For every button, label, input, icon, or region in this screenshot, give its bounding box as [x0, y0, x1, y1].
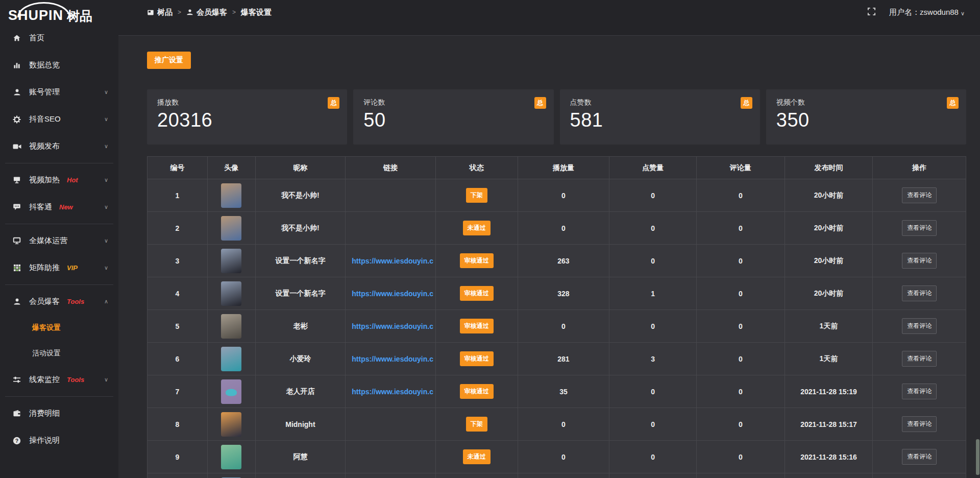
view-comments-button[interactable]: 查看评论: [902, 220, 937, 236]
chevron-down-icon: ∨: [104, 237, 108, 244]
sidebar-item-tag: Tools: [67, 298, 84, 305]
promo-settings-button[interactable]: 推广设置: [147, 52, 191, 69]
video-link[interactable]: https://www.iesdouyin.c: [352, 290, 433, 298]
table-row: 9阿慧未通过0002021-11-28 15:16查看评论: [148, 441, 966, 473]
sidebar-item-数据总览[interactable]: 数据总览: [0, 52, 118, 79]
chart-icon: [12, 61, 21, 69]
breadcrumb-item-member[interactable]: 会员爆客: [186, 8, 227, 17]
vertical-scrollbar[interactable]: [976, 439, 979, 475]
view-comments-button[interactable]: 查看评论: [902, 318, 937, 334]
cell-index: [148, 473, 208, 478]
cell-avatar: [208, 245, 256, 277]
cell-plays: 0: [518, 179, 610, 212]
header-divider: [118, 25, 980, 36]
video-link[interactable]: https://www.iesdouyin.c: [352, 355, 433, 363]
sidebar-item-label: 视频发布: [29, 141, 60, 151]
cell-plays: 0: [518, 310, 610, 343]
total-badge: 总: [947, 97, 959, 109]
avatar: [221, 249, 241, 273]
video-link[interactable]: https://www.iesdouyin.c: [352, 257, 433, 265]
cell-likes: 0: [609, 408, 697, 441]
sidebar-item-矩阵助推[interactable]: 矩阵助推VIP∨: [0, 254, 118, 281]
app-logo[interactable]: SHUPIN 树品: [0, 0, 118, 25]
column-header-状态: 状态: [436, 157, 518, 179]
chevron-down-icon: ∨: [104, 143, 108, 150]
cell-link: [346, 408, 436, 441]
sidebar-item-视频加热[interactable]: 视频加热Hot∨: [0, 166, 118, 194]
sidebar: 首页数据总览账号管理∨抖音SEO∨视频发布∨视频加热Hot∨抖客通New∨全媒体…: [0, 25, 118, 478]
heat-icon: [12, 176, 21, 184]
cell-status: [436, 473, 518, 478]
sidebar-item-label: 操作说明: [29, 436, 60, 445]
cell-link: https://www.iesdouyin.c: [346, 245, 436, 277]
cell-action: 查看评论: [873, 343, 966, 375]
cell-action: 查看评论: [873, 245, 966, 277]
sidebar-divider: [5, 163, 113, 163]
sidebar-item-线索监控[interactable]: 线索监控Tools∨: [0, 366, 118, 393]
breadcrumb-separator: >: [178, 9, 181, 16]
cell-index: 1: [148, 179, 208, 212]
cell-likes: 0: [609, 441, 697, 473]
cell-publish-time: 20小时前: [785, 277, 873, 310]
view-comments-button[interactable]: 查看评论: [902, 449, 937, 465]
cell-status: 未通过: [436, 212, 518, 245]
sidebar-divider: [5, 396, 113, 397]
sidebar-item-视频发布[interactable]: 视频发布∨: [0, 133, 118, 160]
fullscreen-icon[interactable]: [867, 7, 876, 18]
total-badge: 总: [328, 97, 339, 109]
column-header-播放量: 播放量: [518, 157, 610, 179]
sidebar-item-抖音SEO[interactable]: 抖音SEO∨: [0, 106, 118, 133]
cell-nickname: 我不是小帅!: [256, 179, 346, 212]
sidebar-item-消费明细[interactable]: 消费明细: [0, 400, 118, 427]
cell-avatar: [208, 277, 256, 310]
cell-publish-time: 2021-11-28 15:16: [785, 441, 873, 473]
video-icon: [12, 142, 21, 151]
cell-comments: 0: [697, 343, 785, 375]
sidebar-item-账号管理[interactable]: 账号管理∨: [0, 79, 118, 106]
sidebar-item-会员爆客[interactable]: 会员爆客Tools∧: [0, 288, 118, 315]
user-menu[interactable]: 用户名：zswodun88: [889, 8, 965, 17]
table-row: 2我不是小帅!未通过00020小时前查看评论: [148, 212, 966, 245]
column-header-评论量: 评论量: [697, 157, 785, 179]
view-comments-button[interactable]: 查看评论: [902, 351, 937, 367]
logo-arc-icon: [17, 2, 70, 17]
stat-label: 评论数: [363, 98, 543, 107]
cell-index: 9: [148, 441, 208, 473]
view-comments-button[interactable]: 查看评论: [902, 187, 937, 203]
sidebar-item-首页[interactable]: 首页: [0, 25, 118, 52]
cell-action: [873, 473, 966, 478]
sidebar-subitem-爆客设置[interactable]: 爆客设置: [0, 315, 118, 341]
view-comments-button[interactable]: 查看评论: [902, 384, 937, 399]
sidebar-item-label: 会员爆客: [29, 297, 60, 306]
video-link[interactable]: https://www.iesdouyin.c: [352, 388, 433, 396]
view-comments-button[interactable]: 查看评论: [902, 285, 937, 301]
sidebar-item-tag: Hot: [67, 176, 78, 184]
cell-comments: 0: [697, 310, 785, 343]
table-row: 6小爱玲https://www.iesdouyin.c审核通过281301天前查…: [148, 343, 966, 375]
avatar: [221, 314, 241, 339]
view-comments-button[interactable]: 查看评论: [902, 416, 937, 432]
avatar: [221, 216, 241, 241]
cell-plays: 0: [518, 408, 610, 441]
cell-comments: 0: [697, 375, 785, 408]
cell-likes: 3: [609, 343, 697, 375]
column-header-头像: 头像: [208, 157, 256, 179]
cell-avatar: [208, 473, 256, 478]
cell-plays: 35: [518, 375, 610, 408]
sidebar-item-操作说明[interactable]: ?操作说明: [0, 427, 118, 454]
svg-text:?: ?: [15, 437, 18, 443]
status-badge: 审核通过: [460, 319, 494, 333]
cell-publish-time: 2021-11-28 15:17: [785, 408, 873, 441]
cell-nickname: 阿慧: [256, 441, 346, 473]
sidebar-item-全媒体运营[interactable]: 全媒体运营∨: [0, 227, 118, 254]
cell-publish-time: 20小时前: [785, 212, 873, 245]
sidebar-item-label: 数据总览: [29, 60, 60, 70]
sidebar-item-抖客通[interactable]: 抖客通New∨: [0, 194, 118, 221]
question-icon: ?: [12, 437, 21, 445]
table-row: 3设置一个新名字https://www.iesdouyin.c审核通过26300…: [148, 245, 966, 277]
view-comments-button[interactable]: 查看评论: [902, 253, 937, 269]
video-link[interactable]: https://www.iesdouyin.c: [352, 322, 433, 330]
chevron-down-icon: ∨: [104, 177, 108, 183]
sidebar-subitem-活动设置[interactable]: 活动设置: [0, 341, 118, 366]
breadcrumb-item-home[interactable]: 树品: [147, 8, 173, 17]
